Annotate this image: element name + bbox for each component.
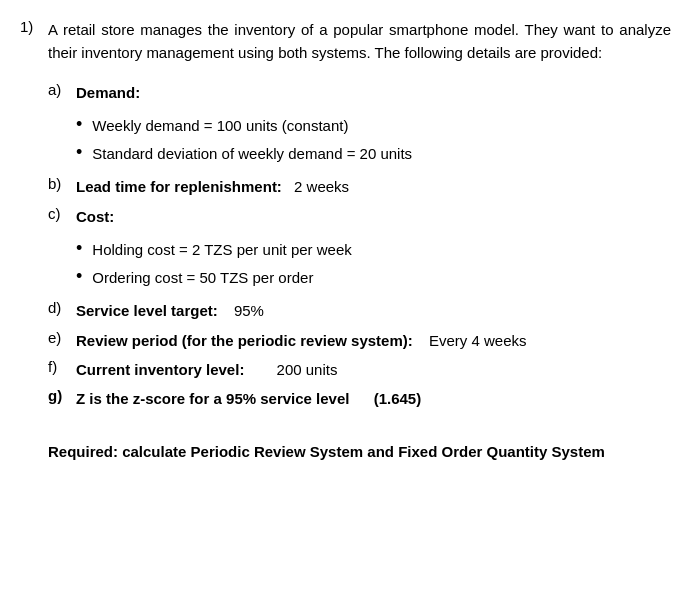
question-block: 1) A retail store manages the inventory …	[20, 18, 671, 65]
bullet-text: Ordering cost = 50 TZS per order	[92, 266, 313, 289]
section-d-value: 95%	[234, 302, 264, 319]
section-b-label: b)	[48, 175, 76, 192]
required-block: Required: calculate Periodic Review Syst…	[48, 440, 671, 463]
section-c-row: c) Cost:	[48, 205, 671, 228]
section-a-bullets-container: • Weekly demand = 100 units (constant) •…	[76, 114, 671, 166]
question-number: 1)	[20, 18, 48, 35]
section-e-value: Every 4 weeks	[429, 332, 527, 349]
list-item: • Weekly demand = 100 units (constant)	[76, 114, 671, 137]
section-d: d) Service level target: 95%	[48, 299, 671, 322]
section-g-row: g) Z is the z-score for a 95% service le…	[48, 387, 671, 410]
section-f-label: f)	[48, 358, 76, 375]
section-d-content: Service level target: 95%	[76, 299, 671, 322]
section-f-content: Current inventory level: 200 units	[76, 358, 671, 381]
section-c-label: c)	[48, 205, 76, 222]
section-b-content: Lead time for replenishment: 2 weeks	[76, 175, 671, 198]
section-d-row: d) Service level target: 95%	[48, 299, 671, 322]
bullet-icon: •	[76, 114, 82, 136]
list-item: • Holding cost = 2 TZS per unit per week	[76, 238, 671, 261]
section-f-row: f) Current inventory level: 200 units	[48, 358, 671, 381]
question-intro: A retail store manages the inventory of …	[48, 18, 671, 65]
section-c-bullets-container: • Holding cost = 2 TZS per unit per week…	[76, 238, 671, 290]
section-c-title-bold: Cost:	[76, 208, 114, 225]
section-e-row: e) Review period (for the periodic revie…	[48, 329, 671, 352]
section-a-label: a)	[48, 81, 76, 98]
section-a-title: Demand:	[76, 81, 671, 104]
section-g-label: g)	[48, 387, 76, 404]
section-b-title: Lead time for replenishment:	[76, 178, 282, 195]
section-a-bullet-list: • Weekly demand = 100 units (constant) •…	[76, 114, 671, 166]
section-c-bullet-list: • Holding cost = 2 TZS per unit per week…	[76, 238, 671, 290]
section-a-row: a) Demand:	[48, 81, 671, 104]
list-item: • Ordering cost = 50 TZS per order	[76, 266, 671, 289]
section-c-title: Cost:	[76, 205, 671, 228]
section-g: g) Z is the z-score for a 95% service le…	[48, 387, 671, 410]
section-d-label: d)	[48, 299, 76, 316]
bullet-text: Weekly demand = 100 units (constant)	[92, 114, 348, 137]
bullet-icon: •	[76, 142, 82, 164]
section-e-title: Review period (for the periodic review s…	[76, 332, 413, 349]
section-g-title: Z is the z-score for a 95% service level	[76, 390, 349, 407]
section-f-value: 200 units	[277, 361, 338, 378]
section-g-value: (1.645)	[374, 390, 422, 407]
section-b-value: 2 weeks	[294, 178, 349, 195]
list-item: • Standard deviation of weekly demand = …	[76, 142, 671, 165]
section-b-row: b) Lead time for replenishment: 2 weeks	[48, 175, 671, 198]
section-a: a) Demand: • Weekly demand = 100 units (…	[48, 81, 671, 166]
section-e: e) Review period (for the periodic revie…	[48, 329, 671, 352]
bullet-icon: •	[76, 238, 82, 260]
section-d-title: Service level target:	[76, 302, 218, 319]
bullet-text: Holding cost = 2 TZS per unit per week	[92, 238, 351, 261]
bullet-icon: •	[76, 266, 82, 288]
section-c: c) Cost: • Holding cost = 2 TZS per unit…	[48, 205, 671, 290]
section-f: f) Current inventory level: 200 units	[48, 358, 671, 381]
section-e-content: Review period (for the periodic review s…	[76, 329, 671, 352]
section-a-title-bold: Demand:	[76, 84, 140, 101]
section-b: b) Lead time for replenishment: 2 weeks	[48, 175, 671, 198]
bullet-text: Standard deviation of weekly demand = 20…	[92, 142, 412, 165]
section-f-title: Current inventory level:	[76, 361, 244, 378]
required-text: Required: calculate Periodic Review Syst…	[48, 443, 605, 460]
section-e-label: e)	[48, 329, 76, 346]
section-g-content: Z is the z-score for a 95% service level…	[76, 387, 671, 410]
